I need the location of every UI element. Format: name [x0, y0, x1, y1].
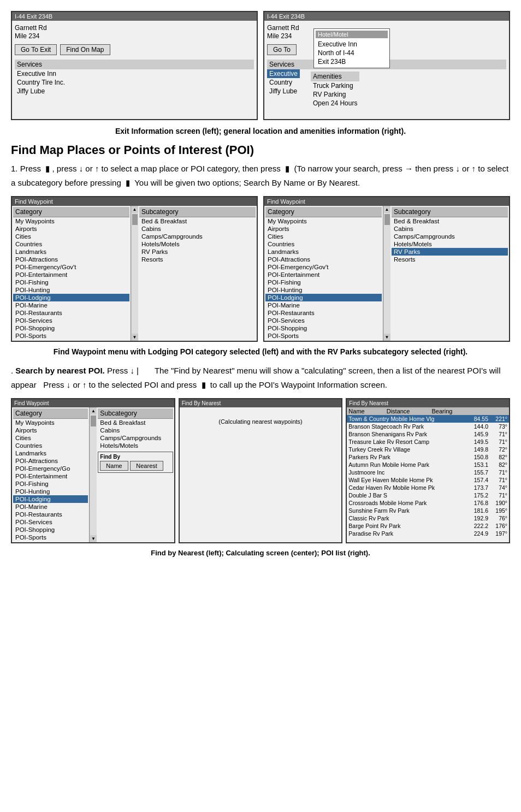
subcat-item-4[interactable]: RV Parks: [139, 248, 256, 256]
poi-list-item-3[interactable]: Treasure Lake Rv Resort Camp 149.5 71°: [347, 438, 509, 446]
poi-list-item-11[interactable]: Crossroads Mobile Home Park 176.8 190°: [347, 499, 509, 507]
right-scroll-down[interactable]: ▼: [384, 334, 390, 341]
cat-item-11[interactable]: POI-Marine: [13, 301, 129, 309]
right-subcat-item-1[interactable]: Cabins: [392, 225, 508, 233]
right-cat-item-11[interactable]: POI-Marine: [265, 301, 382, 309]
subcat-item-1[interactable]: Cabins: [139, 225, 256, 233]
subcat-item-5[interactable]: Resorts: [139, 256, 256, 263]
poi-header-name: Name: [348, 408, 364, 414]
poi-list-item-10[interactable]: Double J Bar S 175.2 71°: [347, 491, 509, 499]
tl-sub-3[interactable]: Hotels/Motels: [98, 442, 173, 449]
poi-list-item-8[interactable]: Wall Eye Haven Mobile Home Pk 157.4 71°: [347, 476, 509, 484]
subcat-item-0[interactable]: Bed & Breakfast: [139, 217, 256, 225]
tl-cat-6[interactable]: POI-Emergency/Go: [13, 465, 88, 472]
right-cat-item-8[interactable]: POI-Fishing: [265, 278, 382, 286]
cat-item-15[interactable]: POI-Sports: [13, 332, 129, 340]
right-cat-item-7[interactable]: POI-Entertainment: [265, 271, 382, 278]
right-cat-scrollbar[interactable]: ▲ ▼: [383, 206, 390, 341]
cat-item-3[interactable]: Countries: [13, 240, 129, 248]
right-scroll-up[interactable]: ▲: [384, 206, 390, 213]
tl-cat-9[interactable]: POI-Hunting: [13, 488, 88, 495]
name-button[interactable]: Name: [100, 461, 128, 471]
cat-item-0[interactable]: My Waypoints: [13, 217, 129, 225]
tl-cat-0[interactable]: My Waypoints: [13, 419, 88, 426]
cat-item-5[interactable]: POI-Attractions: [13, 256, 129, 263]
tl-sub-0[interactable]: Bed & Breakfast: [98, 419, 173, 426]
poi-dist-5: 150.8: [466, 454, 488, 460]
right-cat-item-10-lodging[interactable]: POI-Lodging: [265, 294, 382, 301]
tl-cat-8[interactable]: POI-Fishing: [13, 480, 88, 488]
right-cat-item-6[interactable]: POI-Emergency/Gov't: [265, 263, 382, 271]
poi-list-item-5[interactable]: Parkers Rv Park 150.8 82°: [347, 453, 509, 461]
tl-cat-15[interactable]: POI-Sports: [13, 534, 88, 541]
triple-center-panel: Find By Nearest (Calculating nearest way…: [179, 398, 343, 543]
cat-item-13[interactable]: POI-Services: [13, 317, 129, 324]
tl-cat-12[interactable]: POI-Restaurants: [13, 511, 88, 518]
go-to-exit-button[interactable]: Go To Exit: [15, 44, 57, 55]
right-cat-item-3[interactable]: Countries: [265, 240, 382, 248]
tl-cat-3[interactable]: Countries: [13, 442, 88, 449]
right-cat-item-0[interactable]: My Waypoints: [265, 217, 382, 225]
right-cat-item-2[interactable]: Cities: [265, 233, 382, 240]
tl-cat-4[interactable]: Landmarks: [13, 449, 88, 457]
right-cat-item-15[interactable]: POI-Sports: [265, 332, 382, 340]
tl-sub-2[interactable]: Camps/Campgrounds: [98, 434, 173, 442]
tl-cat-10[interactable]: POI-Lodging: [13, 495, 88, 503]
poi-list-item-13[interactable]: Classic Rv Park 192.9 76°: [347, 514, 509, 522]
cat-item-1[interactable]: Airports: [13, 225, 129, 233]
cat-item-14[interactable]: POI-Shopping: [13, 324, 129, 332]
cat-item-6[interactable]: POI-Emergency/Gov't: [13, 263, 129, 271]
right-subcat-item-0[interactable]: Bed & Breakfast: [392, 217, 508, 225]
subcat-item-3[interactable]: Hotels/Motels: [139, 240, 256, 248]
tl-cat-2[interactable]: Cities: [13, 434, 88, 442]
poi-list-item-6[interactable]: Autumn Run Mobile Home Park 153.1 82°: [347, 461, 509, 469]
tl-scroll-down[interactable]: ▼: [90, 535, 97, 542]
right-go-to-button[interactable]: Go To: [267, 44, 297, 55]
poi-list-item-0[interactable]: Town & Country Mobile Home Vlg 84.55 221…: [347, 415, 509, 423]
cat-item-8[interactable]: POI-Fishing: [13, 278, 129, 286]
right-cat-item-4[interactable]: Landmarks: [265, 248, 382, 256]
tl-cat-7[interactable]: POI-Entertainment: [13, 472, 88, 480]
tl-cat-14[interactable]: POI-Shopping: [13, 526, 88, 534]
right-subcat-item-4-rvparks[interactable]: RV Parks: [392, 248, 508, 256]
poi-list-item-15[interactable]: Paradise Rv Park 224.9 197°: [347, 530, 509, 537]
poi-bear-11: 190°: [488, 500, 507, 506]
right-cat-item-14[interactable]: POI-Shopping: [265, 324, 382, 332]
right-cat-item-1[interactable]: Airports: [265, 225, 382, 233]
triple-left-title: Find Waypoint: [12, 399, 174, 407]
cat-item-9[interactable]: POI-Hunting: [13, 286, 129, 294]
tl-scrollbar[interactable]: ▲ ▼: [89, 407, 97, 542]
right-subcat-item-3[interactable]: Hotels/Motels: [392, 240, 508, 248]
poi-list-item-2[interactable]: Branson Shenanigans Rv Park 145.9 71°: [347, 430, 509, 438]
find-on-map-button[interactable]: Find On Map: [60, 44, 110, 55]
right-subcat-item-2[interactable]: Camps/Campgrounds: [392, 233, 508, 240]
left-cat-scrollbar[interactable]: ▲ ▼: [131, 206, 138, 341]
tl-cat-11[interactable]: POI-Marine: [13, 503, 88, 511]
right-subcat-item-5[interactable]: Resorts: [392, 256, 508, 263]
cat-item-4[interactable]: Landmarks: [13, 248, 129, 256]
poi-list-item-14[interactable]: Barge Point Rv Park 222.2 176°: [347, 522, 509, 530]
right-cat-item-12[interactable]: POI-Restaurants: [265, 309, 382, 317]
nearest-button[interactable]: Nearest: [130, 461, 163, 471]
tl-sub-1[interactable]: Cabins: [98, 426, 173, 434]
cat-item-7[interactable]: POI-Entertainment: [13, 271, 129, 278]
right-cat-item-5[interactable]: POI-Attractions: [265, 256, 382, 263]
poi-name-13: Classic Rv Park: [348, 515, 466, 521]
poi-list-item-9[interactable]: Cedar Haven Rv Mobile Home Pk 173.7 74°: [347, 484, 509, 491]
poi-list-item-1[interactable]: Branson Stagecoach Rv Park 144.0 73°: [347, 423, 509, 430]
poi-list-item-12[interactable]: Sunshine Farm Rv Park 181.6 195°: [347, 507, 509, 514]
right-cat-item-9[interactable]: POI-Hunting: [265, 286, 382, 294]
scroll-up-arrow[interactable]: ▲: [132, 206, 138, 213]
subcat-item-2[interactable]: Camps/Campgrounds: [139, 233, 256, 240]
tl-cat-1[interactable]: Airports: [13, 426, 88, 434]
right-cat-item-13[interactable]: POI-Services: [265, 317, 382, 324]
cat-item-2[interactable]: Cities: [13, 233, 129, 240]
tl-cat-13[interactable]: POI-Services: [13, 518, 88, 526]
tl-cat-5[interactable]: POI-Attractions: [13, 457, 88, 465]
poi-list-item-7[interactable]: Justmoore Inc 155.7 71°: [347, 469, 509, 476]
cat-item-10-lodging[interactable]: POI-Lodging: [13, 294, 129, 301]
scroll-down-arrow[interactable]: ▼: [132, 334, 138, 341]
cat-item-12[interactable]: POI-Restaurants: [13, 309, 129, 317]
tl-scroll-up[interactable]: ▲: [90, 407, 97, 414]
poi-list-item-4[interactable]: Turkey Creek Rv Village 149.8 72°: [347, 446, 509, 453]
